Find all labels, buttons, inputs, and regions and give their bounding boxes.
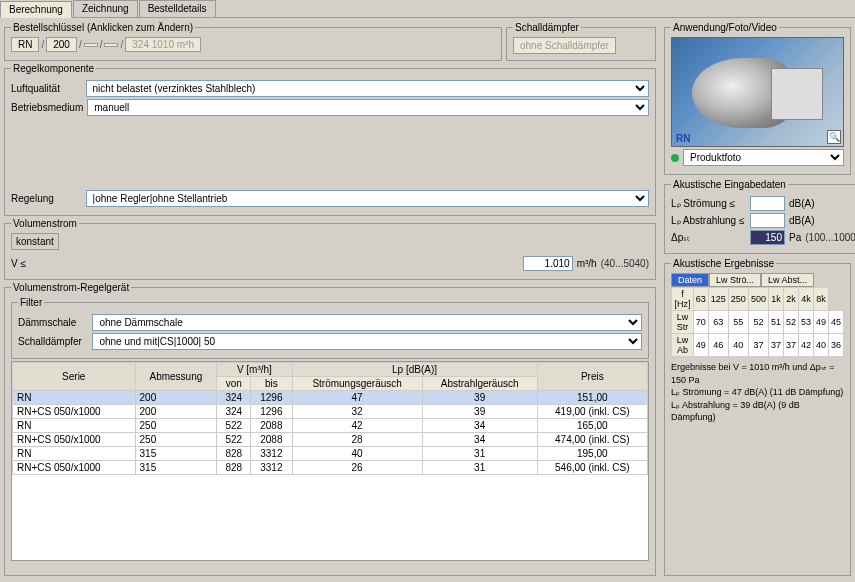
- vol-konstant-tab[interactable]: konstant: [11, 233, 59, 250]
- device-fieldset: Volumenstrom-Regelgerät Filter Dämmschal…: [4, 282, 656, 576]
- acoustic-result-fieldset: Akustische Ergebnisse Daten Lw Strö... L…: [664, 258, 851, 576]
- betr-label: Betriebsmedium: [11, 102, 83, 113]
- table-row[interactable]: RN+CS 050/x100020032412963239419,00 (ink…: [13, 405, 648, 419]
- table-row[interactable]: RN+CS 050/x100025052220882834474,00 (ink…: [13, 433, 648, 447]
- ac-l2-input[interactable]: [750, 213, 785, 228]
- luft-label: Luftqualität: [11, 83, 82, 94]
- silencer-fieldset: Schalldämpfer ohne Schalldämpfer: [506, 22, 656, 61]
- vol-input[interactable]: [523, 256, 573, 271]
- table-row[interactable]: RN25052220884234165,00: [13, 419, 648, 433]
- ac-result-legend: Akustische Ergebnisse: [671, 258, 776, 269]
- zoom-icon[interactable]: 🔍: [827, 130, 841, 144]
- product-image: RN 🔍: [671, 37, 844, 147]
- betr-select[interactable]: manuell: [87, 99, 649, 116]
- vol-fieldset: Volumenstrom konstant V ≤ m³/h (40...504…: [4, 218, 656, 280]
- silencer-legend: Schalldämpfer: [513, 22, 581, 33]
- regelung-label: Regelung: [11, 193, 82, 204]
- silencer-button[interactable]: ohne Schalldämpfer: [513, 37, 616, 54]
- table-row[interactable]: RN20032412964739151,00: [13, 391, 648, 405]
- ac-l1-input[interactable]: [750, 196, 785, 211]
- luft-select[interactable]: nicht belastet (verzinktes Stahlblech): [86, 80, 649, 97]
- subtab-lwabst[interactable]: Lw Abst...: [761, 273, 814, 287]
- table-row[interactable]: RN31582833124031195,00: [13, 447, 648, 461]
- key-part-3[interactable]: [84, 43, 98, 47]
- vol-unit: m³/h: [577, 258, 597, 269]
- ac-input-legend: Akustische Eingabedaten: [671, 179, 788, 190]
- device-table[interactable]: Serie Abmessung V [m³/h] Lp [dB(A)] Prei…: [12, 362, 648, 475]
- regel-fieldset: Regelkomponente Luftqualität nicht belas…: [4, 63, 656, 216]
- key-part-1[interactable]: RN: [11, 37, 39, 52]
- ac-dp-input[interactable]: [750, 230, 785, 245]
- tab-bestelldetails[interactable]: Bestelldetails: [139, 0, 216, 17]
- subtab-lwstr[interactable]: Lw Strö...: [709, 273, 761, 287]
- freq-table: f [Hz]631252505001k2k4k8k Lw Str70635552…: [671, 287, 844, 357]
- regel-legend: Regelkomponente: [11, 63, 96, 74]
- order-key-legend: Bestellschlüssel (Anklicken zum Ändern): [11, 22, 195, 33]
- filter-legend: Filter: [18, 297, 44, 308]
- filter-fieldset: Filter Dämmschale ohne Dämmschale Schall…: [11, 297, 649, 359]
- schall-select[interactable]: ohne und mit|CS|1000| 50: [92, 333, 642, 350]
- result-txt2: Lₚ Strömung = 47 dB(A) (11 dB Dämpfung): [671, 386, 844, 399]
- subtab-daten[interactable]: Daten: [671, 273, 709, 287]
- order-key-fieldset: Bestellschlüssel (Anklicken zum Ändern) …: [4, 22, 502, 61]
- damm-select[interactable]: ohne Dämmschale: [92, 314, 642, 331]
- vol-range: (40...5040): [601, 258, 649, 269]
- tab-berechnung[interactable]: Berechnung: [0, 1, 72, 18]
- tab-zeichnung[interactable]: Zeichnung: [73, 0, 138, 17]
- ac-l1-label: Lₚ Strömung ≤: [671, 198, 746, 209]
- table-row[interactable]: RN+CS 050/x100031582833122631546,00 (ink…: [13, 461, 648, 475]
- key-part-4[interactable]: [104, 43, 118, 47]
- photo-dropdown[interactable]: Produktfoto: [683, 149, 844, 166]
- photo-legend: Anwendung/Foto/Video: [671, 22, 779, 33]
- vol-vlabel: V ≤: [11, 258, 91, 269]
- photo-fieldset: Anwendung/Foto/Video RN 🔍 Produktfoto: [664, 22, 851, 175]
- result-txt1: Ergebnisse bei V = 1010 m³/h und Δpₛₜ = …: [671, 361, 844, 386]
- ac-dp-label: Δpₛₜ: [671, 232, 746, 243]
- key-part-5[interactable]: 324 1010 m³h: [125, 37, 201, 52]
- result-txt3: Lₚ Abstrahlung = 39 dB(A) (9 dB Dämpfung…: [671, 399, 844, 424]
- regelung-select[interactable]: |ohne Regler|ohne Stellantrieb: [86, 190, 649, 207]
- main-tabs: Berechnung Zeichnung Bestelldetails: [0, 0, 855, 18]
- image-caption: RN: [676, 133, 690, 144]
- schall-label: Schalldämpfer: [18, 336, 88, 347]
- key-part-2[interactable]: 200: [46, 37, 77, 52]
- ac-l2-label: Lₚ Abstrahlung ≤: [671, 215, 746, 226]
- vol-legend: Volumenstrom: [11, 218, 79, 229]
- acoustic-input-fieldset: Akustische Eingabedaten Lₚ Strömung ≤dB(…: [664, 179, 855, 254]
- device-legend: Volumenstrom-Regelgerät: [11, 282, 131, 293]
- damm-label: Dämmschale: [18, 317, 88, 328]
